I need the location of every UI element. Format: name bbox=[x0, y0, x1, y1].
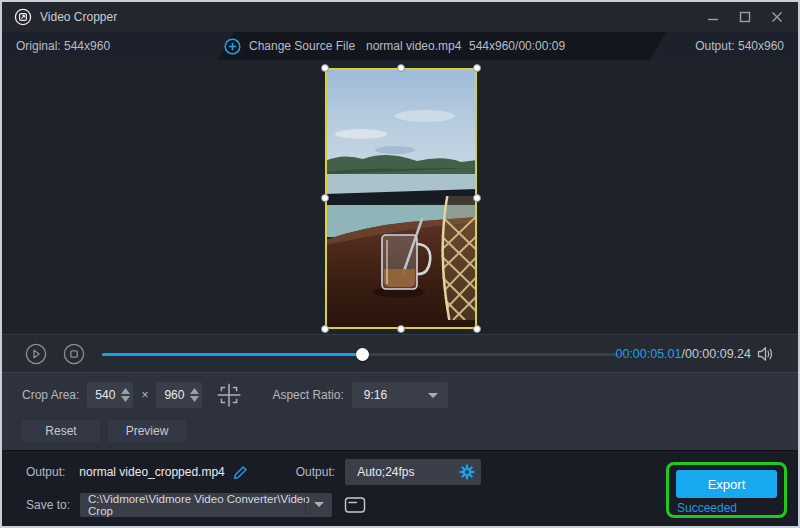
crop-handle-bottom-middle[interactable] bbox=[397, 325, 405, 333]
output-format-value: Auto;24fps bbox=[357, 465, 414, 479]
preview-button[interactable]: Preview bbox=[108, 420, 186, 442]
open-folder-button[interactable] bbox=[344, 496, 366, 514]
info-bar: Original: 544x960 Change Source File nor… bbox=[2, 32, 798, 60]
save-to-label: Save to: bbox=[26, 498, 70, 512]
playback-bar: 00:00:05.01/00:00:09.24 bbox=[2, 334, 798, 372]
export-highlight-box: Export Succeeded bbox=[666, 462, 787, 518]
aspect-ratio-label: Aspect Ratio: bbox=[272, 388, 343, 402]
output-format-label: Output: bbox=[296, 465, 335, 479]
status-succeeded: Succeeded bbox=[677, 501, 737, 515]
save-to-path: C:\Vidmore\Vidmore Video Converter\Video… bbox=[88, 493, 332, 517]
video-preview-stage bbox=[2, 60, 798, 334]
chevron-down-icon bbox=[428, 393, 438, 398]
change-source-file-button[interactable]: Change Source File bbox=[224, 32, 355, 60]
crop-width-stepper[interactable]: 540 bbox=[87, 382, 133, 408]
crop-controls-panel: Crop Area: 540 × 960 bbox=[2, 372, 798, 450]
format-settings-button[interactable] bbox=[459, 464, 475, 480]
chevron-down-icon bbox=[314, 502, 324, 507]
pencil-icon bbox=[233, 465, 248, 480]
app-logo-icon bbox=[14, 8, 32, 26]
export-button[interactable]: Export bbox=[676, 470, 777, 498]
minimize-button[interactable] bbox=[700, 5, 726, 29]
edit-name-button[interactable] bbox=[233, 465, 248, 480]
original-size-label: Original: 544x960 bbox=[16, 39, 110, 53]
arrow-down-icon bbox=[190, 396, 199, 402]
gear-icon bbox=[459, 464, 475, 480]
video-cropper-window: Video Cropper Original: 544x960 Change S… bbox=[0, 0, 800, 528]
current-file-meta: 544x960/00:00:09 bbox=[469, 32, 565, 60]
dropdown-divider bbox=[305, 496, 306, 514]
play-button[interactable] bbox=[24, 342, 48, 366]
title-bar: Video Cropper bbox=[2, 2, 798, 32]
arrow-down-icon bbox=[121, 396, 130, 402]
original-size-tab: Original: 544x960 bbox=[2, 32, 234, 60]
action-buttons-row: Reset Preview bbox=[2, 419, 798, 443]
slider-fill bbox=[102, 353, 362, 356]
output-name-label: Output: bbox=[26, 465, 65, 479]
crop-width-arrows[interactable] bbox=[121, 382, 130, 408]
output-size-tab: Output: 540x960 bbox=[650, 32, 798, 60]
aspect-ratio-dropdown[interactable]: 9:16 bbox=[352, 382, 448, 408]
crop-handle-bottom-left[interactable] bbox=[321, 325, 329, 333]
close-button[interactable] bbox=[764, 5, 790, 29]
output-file-name: normal video_cropped.mp4 bbox=[79, 465, 224, 479]
output-format-field[interactable]: Auto;24fps bbox=[345, 459, 481, 485]
crop-handle-top-middle[interactable] bbox=[397, 64, 405, 72]
crop-center-button[interactable] bbox=[216, 382, 242, 408]
volume-icon[interactable] bbox=[757, 335, 774, 373]
crop-height-arrows[interactable] bbox=[190, 382, 199, 408]
crop-area-row: Crop Area: 540 × 960 bbox=[2, 382, 798, 408]
crop-handle-top-right[interactable] bbox=[473, 64, 481, 72]
window-controls bbox=[700, 2, 790, 32]
crop-area-label: Crop Area: bbox=[22, 388, 79, 402]
output-bar: Output: normal video_cropped.mp4 Output:… bbox=[2, 450, 798, 528]
crop-box[interactable] bbox=[325, 68, 477, 329]
total-time: /00:00:09.24 bbox=[681, 347, 751, 361]
save-to-row: Save to: C:\Vidmore\Vidmore Video Conver… bbox=[2, 492, 366, 518]
stop-button[interactable] bbox=[62, 342, 86, 366]
plus-circle-icon bbox=[224, 38, 241, 55]
arrow-up-icon bbox=[190, 388, 199, 394]
crop-crosshair-icon bbox=[216, 382, 242, 408]
maximize-button[interactable] bbox=[732, 5, 758, 29]
aspect-ratio-value: 9:16 bbox=[364, 388, 387, 402]
crop-handle-top-left[interactable] bbox=[321, 64, 329, 72]
multiply-sign: × bbox=[141, 388, 148, 402]
folder-icon bbox=[344, 496, 366, 514]
video-frame bbox=[325, 68, 477, 329]
current-time: 00:00:05.01 bbox=[615, 347, 681, 361]
current-file-name: normal video.mp4 bbox=[366, 32, 461, 60]
seek-slider[interactable] bbox=[102, 347, 619, 361]
save-to-dropdown[interactable]: C:\Vidmore\Vidmore Video Converter\Video… bbox=[80, 493, 332, 517]
arrow-up-icon bbox=[121, 388, 130, 394]
output-name-row: Output: normal video_cropped.mp4 Output:… bbox=[2, 459, 481, 485]
window-title: Video Cropper bbox=[40, 10, 117, 24]
output-size-label: Output: 540x960 bbox=[695, 39, 784, 53]
crop-handle-middle-right[interactable] bbox=[473, 194, 481, 202]
crop-handle-bottom-right[interactable] bbox=[473, 325, 481, 333]
reset-button[interactable]: Reset bbox=[22, 420, 100, 442]
time-display: 00:00:05.01/00:00:09.24 bbox=[615, 335, 751, 373]
crop-height-stepper[interactable]: 960 bbox=[156, 382, 202, 408]
slider-thumb[interactable] bbox=[356, 348, 369, 361]
change-source-file-label: Change Source File bbox=[249, 39, 355, 53]
crop-handle-middle-left[interactable] bbox=[321, 194, 329, 202]
